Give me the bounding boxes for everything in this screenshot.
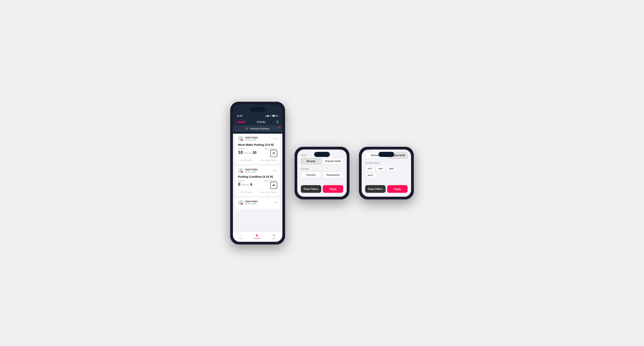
quality-badge-2: 45 bbox=[270, 182, 277, 189]
card-title-1: Must Make Putting (3-6 ft) bbox=[238, 143, 277, 146]
card-title-2: Putting Combine (3-15 ft) bbox=[238, 175, 277, 178]
card-options-2[interactable]: ••• bbox=[274, 169, 277, 172]
practice-btn-2[interactable]: Practice bbox=[301, 172, 321, 178]
close-icon-2: ✕ bbox=[340, 150, 342, 150]
viewing-dot-1 bbox=[278, 127, 280, 128]
nav-home-label-1: Home bbox=[238, 237, 243, 239]
footer-left-1: ⓘ Test Information bbox=[238, 159, 253, 162]
activity-card-2: JC Josh Coles 28 Feb 2023 ••• Putting Co… bbox=[235, 166, 280, 196]
user-date-3: 28 Feb 2023 bbox=[245, 203, 258, 205]
phone-filter-rounds: 11:33 ▲ 51 clippd bbox=[294, 147, 350, 199]
card-footer-1: ⓘ Test Information Data: Clippd Capture bbox=[238, 158, 277, 162]
viewing-bar-text-1: Viewing Activities bbox=[250, 127, 269, 130]
filter-close-2[interactable]: ✕ bbox=[338, 150, 343, 151]
activities-icon-1: ♟ bbox=[256, 233, 258, 237]
dynamic-island-2 bbox=[314, 152, 330, 157]
nav-home-1[interactable]: ⌂ Home bbox=[238, 233, 243, 239]
scene: 11:33 ▲ 51 clippd bbox=[222, 90, 422, 256]
rounds-label-2: Rounds bbox=[301, 168, 343, 170]
clear-filters-btn-2[interactable]: Clear Filters bbox=[301, 185, 321, 193]
stats-row-2: 0 OUT OF 9 bbox=[238, 182, 252, 187]
nav-capture-label-1: Capture bbox=[271, 237, 277, 239]
activity-card-3: JC Josh Coles 28 Feb 2023 ••• bbox=[235, 197, 280, 209]
avatar-2: JC bbox=[238, 168, 244, 173]
nav-capture-1[interactable]: ⊕ Capture bbox=[271, 233, 277, 239]
clear-filters-btn-3[interactable]: Clear Filters bbox=[365, 185, 386, 193]
viewing-bar-1[interactable]: ⚙ Viewing Activities bbox=[233, 125, 282, 132]
user-info-3: JC Josh Coles 28 Feb 2023 bbox=[238, 200, 258, 205]
score-value-2: 0 bbox=[238, 182, 240, 187]
activity-list-screen: JC Josh Coles 28 Feb 2023 ••• Must Make … bbox=[233, 134, 282, 232]
capture-icon-1: ⊕ bbox=[273, 233, 275, 237]
card-header-3: JC Josh Coles 28 Feb 2023 ••• bbox=[238, 200, 277, 205]
out-of-1: OUT OF bbox=[244, 152, 251, 154]
ott-btn-3[interactable]: OTT bbox=[365, 166, 374, 172]
shot-quality-label-1: Shot Quality bbox=[264, 148, 277, 150]
arg-btn-3[interactable]: ARG bbox=[386, 166, 396, 172]
drills-label-3: Practice Drills bbox=[365, 162, 408, 164]
shot-quality-label-2: Shot Quality bbox=[264, 180, 277, 182]
tournament-btn-2[interactable]: Tournament bbox=[323, 172, 343, 178]
card-options-1[interactable]: ••• bbox=[274, 137, 277, 140]
quality-badge-1: 75 bbox=[270, 150, 277, 157]
putt-btn-3[interactable]: PUTT bbox=[365, 173, 376, 178]
user-info-2: JC Josh Coles 28 Feb 2023 bbox=[238, 168, 258, 173]
shots-value-2: 9 bbox=[250, 182, 252, 187]
show-toggle-row-2: Rounds Practice Drills bbox=[301, 158, 343, 164]
phone-activity-list: 11:33 ▲ 51 clippd bbox=[230, 102, 285, 244]
card-footer-2: ⓘ Test Information Data: Clippd Capture bbox=[238, 190, 277, 193]
avatar-3: JC bbox=[238, 200, 244, 205]
apply-btn-2[interactable]: Apply bbox=[323, 185, 343, 193]
score-label-1: Score bbox=[238, 148, 256, 150]
footer-right-1: Data: Clippd Capture bbox=[261, 159, 277, 161]
out-of-2: OUT OF bbox=[242, 184, 249, 186]
drills-tag-row-3: OTT APP ARG PUTT bbox=[365, 166, 408, 178]
battery-icon-1 bbox=[272, 115, 276, 117]
dynamic-island-3 bbox=[378, 152, 394, 157]
logo-1: clippd bbox=[236, 120, 246, 124]
sheet-actions-2: Clear Filters Apply bbox=[297, 183, 347, 193]
filter-icon-1: ⚙ bbox=[246, 127, 248, 130]
sheet-actions-3: Clear Filters Apply bbox=[362, 183, 411, 193]
score-value-1: 10 bbox=[238, 150, 243, 155]
user-name-3: Josh Coles bbox=[245, 200, 258, 203]
footer-left-2: ⓘ Test Information bbox=[238, 191, 253, 193]
activity-card-1: JC Josh Coles 28 Feb 2023 ••• Must Make … bbox=[235, 134, 280, 164]
battery-level-1: 51 bbox=[276, 115, 278, 117]
avatar-flag-1 bbox=[241, 140, 243, 141]
shots-value-1: 20 bbox=[252, 151, 256, 155]
user-name-1: Josh Coles bbox=[245, 136, 258, 139]
hamburger-menu-1[interactable]: ☰ bbox=[276, 120, 279, 123]
filter-title-2: Filter bbox=[301, 150, 310, 151]
card-header-2: JC Josh Coles 28 Feb 2023 ••• bbox=[238, 168, 277, 173]
filter-rounds-btn-2[interactable]: Rounds bbox=[301, 158, 321, 164]
filter-practice-drills-btn-2[interactable]: Practice Drills bbox=[323, 158, 343, 164]
show-label-3: Show bbox=[365, 150, 408, 151]
avatar-flag-3 bbox=[241, 203, 243, 205]
time-1: 11:33 bbox=[237, 115, 242, 117]
user-date-1: 28 Feb 2023 bbox=[245, 139, 258, 141]
user-name-2: Josh Coles bbox=[245, 168, 258, 171]
nav-bar-1: clippd Activity ☰ bbox=[233, 119, 282, 125]
nav-activities-label-1: Activities bbox=[253, 237, 260, 239]
phone-filter-drills: 11:33 ▲ 51 clippd bbox=[359, 147, 414, 199]
dynamic-island bbox=[250, 107, 266, 112]
user-info-1: JC Josh Coles 28 Feb 2023 bbox=[238, 136, 258, 142]
apply-btn-3[interactable]: Apply bbox=[387, 185, 408, 193]
nav-title-1: Activity bbox=[257, 120, 265, 123]
nav-activities-1[interactable]: ♟ Activities bbox=[253, 233, 260, 239]
stats-row-1: 10 OUT OF 20 bbox=[238, 150, 256, 155]
footer-right-2: Data: Clippd Capture bbox=[261, 191, 277, 193]
score-label-2: Score bbox=[238, 180, 252, 182]
home-icon-1: ⌂ bbox=[240, 233, 242, 237]
rounds-toggle-row-2: Practice Tournament bbox=[301, 172, 343, 178]
user-date-2: 28 Feb 2023 bbox=[245, 171, 258, 173]
card-header-1: JC Josh Coles 28 Feb 2023 ••• bbox=[238, 136, 277, 142]
avatar-1: JC bbox=[238, 136, 244, 142]
bottom-nav-1: ⌂ Home ♟ Activities ⊕ Capture bbox=[233, 232, 282, 242]
card-options-3[interactable]: ••• bbox=[274, 201, 277, 204]
avatar-flag-2 bbox=[241, 172, 243, 173]
status-icons-1: ▲ 51 bbox=[266, 115, 278, 117]
app-btn-3[interactable]: APP bbox=[376, 166, 386, 172]
wifi-icon-1: ▲ bbox=[270, 115, 271, 117]
